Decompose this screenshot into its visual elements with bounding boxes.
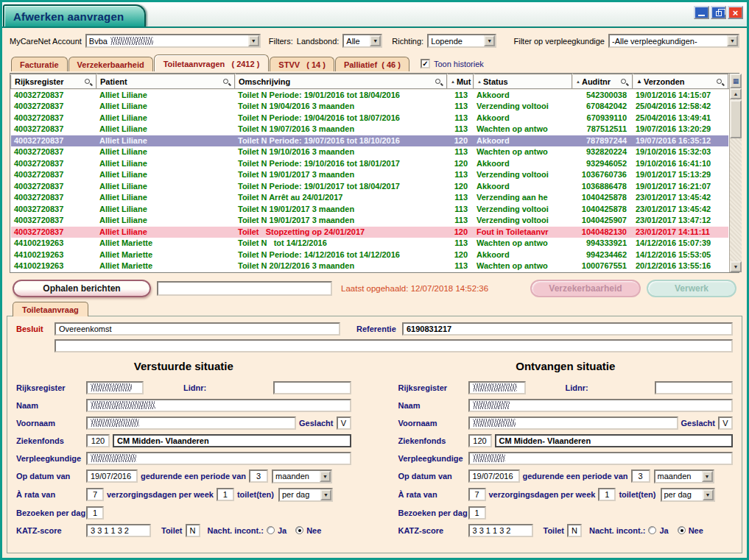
received-geslacht-field[interactable]: V: [718, 417, 733, 430]
tab-toiletaanvraag[interactable]: Toiletaanvraag: [13, 302, 88, 316]
received-nacht-incont-nee-radio[interactable]: [678, 526, 686, 534]
table-row[interactable]: 40032720837 Alliet Liliane Toilet N 19/0…: [11, 101, 728, 113]
sent-naam-field[interactable]: [86, 399, 351, 412]
received-naam-field[interactable]: [468, 399, 734, 412]
received-periode-eenheid-select[interactable]: maanden ▼: [654, 469, 714, 483]
tab[interactable]: Toiletaanvragen ( 2412 ): [154, 54, 270, 71]
col-patient[interactable]: Patient: [96, 74, 235, 89]
col-rijksregister[interactable]: Rijksregister: [11, 74, 96, 89]
received-ziekenfonds-code-field[interactable]: 120: [468, 434, 492, 447]
tab[interactable]: Palliatief ( 46 ): [335, 57, 409, 71]
search-icon[interactable]: [223, 79, 231, 87]
sent-ziekenfonds-code-field[interactable]: 120: [86, 434, 110, 447]
table-row[interactable]: 44100219263 Alliet Mariette Toilet N Per…: [11, 249, 728, 261]
sent-verpleegkundige-field[interactable]: [86, 452, 351, 465]
received-lidnr-field[interactable]: [655, 381, 733, 394]
grid-options-button[interactable]: ▦: [730, 74, 742, 88]
referentie-field[interactable]: 6190831217: [402, 322, 733, 336]
table-row[interactable]: 40032720837 Alliet Liliane Toilet N Peri…: [11, 181, 728, 193]
dropdown-arrow-icon[interactable]: ▼: [320, 489, 331, 500]
sent-nacht-incont-ja-radio[interactable]: [267, 526, 275, 534]
dropdown-arrow-icon[interactable]: ▼: [727, 35, 738, 46]
sent-geslacht-field[interactable]: V: [337, 417, 351, 430]
tab[interactable]: STVV ( 14 ): [270, 57, 334, 71]
minimize-button[interactable]: [694, 6, 709, 19]
dropdown-arrow-icon[interactable]: ▼: [248, 35, 259, 46]
table-row[interactable]: 40032720837 Alliet Liliane Toilet N 19/0…: [11, 215, 728, 227]
table-row[interactable]: 40032720837 Alliet Liliane Toilet N 19/0…: [11, 169, 728, 181]
received-dagen-per-week-field[interactable]: 7: [468, 488, 486, 501]
account-select[interactable]: Bvba ▼: [85, 34, 261, 48]
richting-select[interactable]: Lopende ▼: [427, 34, 496, 48]
table-row[interactable]: 44100219263 Alliet Mariette Toilet N 20/…: [11, 260, 728, 272]
col-auditnr[interactable]: ▲Auditnr: [572, 74, 633, 89]
table-row[interactable]: 40032720837 Alliet Liliane Toilet N Arrê…: [11, 192, 728, 204]
sent-frequentie-select[interactable]: per dag ▼: [278, 488, 333, 502]
sent-katz-field[interactable]: 3 3 1 1 3 2: [86, 524, 151, 537]
sent-bezoeken-field[interactable]: 1: [86, 506, 104, 520]
sent-voornaam-field[interactable]: [86, 417, 296, 430]
dropdown-arrow-icon[interactable]: ▼: [320, 471, 331, 482]
col-omschrijving[interactable]: Omschrijving: [235, 74, 447, 89]
sent-lidnr-field[interactable]: [273, 381, 351, 394]
scroll-down-button[interactable]: ▼: [730, 261, 742, 272]
received-toiletten-aantal-field[interactable]: 1: [598, 488, 616, 501]
received-frequentie-select[interactable]: per dag ▼: [661, 488, 715, 502]
sent-op-datum-field[interactable]: 19/07/2016: [86, 469, 138, 483]
col-mut[interactable]: ▲Mut: [447, 74, 474, 89]
dropdown-arrow-icon[interactable]: ▼: [370, 35, 381, 46]
table-row[interactable]: 40032720837 Alliet Liliane Toilet N Peri…: [11, 135, 728, 147]
tab[interactable]: Verzekerbaarheid: [68, 57, 153, 71]
table-row[interactable]: 40032720837 Alliet Liliane Toilet N 19/0…: [11, 204, 728, 216]
ophalen-berichten-button[interactable]: Ophalen berichten: [13, 280, 151, 297]
col-status[interactable]: ▲Status: [474, 74, 572, 89]
table-row[interactable]: 40032720837 Alliet Liliane Toilet N Peri…: [11, 89, 728, 101]
dropdown-arrow-icon[interactable]: ▼: [484, 35, 495, 46]
table-row[interactable]: 44100219263 Alliet Mariette Toilet N tot…: [11, 238, 728, 249]
sent-periode-eenheid-select[interactable]: maanden ▼: [272, 469, 332, 483]
table-row[interactable]: 40032720837 Alliet Liliane Toilet N 19/1…: [11, 146, 728, 158]
verpleegkundige-filter-select[interactable]: -Alle verpleegkundigen- ▼: [608, 34, 739, 48]
table-row[interactable]: 40032720837 Alliet Liliane Toilet N Peri…: [11, 158, 728, 170]
sent-periode-aantal-field[interactable]: 3: [249, 469, 268, 483]
sent-toiletten-aantal-field[interactable]: 1: [217, 488, 234, 501]
received-op-datum-field[interactable]: 19/07/2016: [468, 469, 520, 483]
received-rijksregister-field[interactable]: [468, 381, 526, 394]
verwerk-button[interactable]: Verwerk: [647, 280, 736, 297]
sent-ziekenfonds-naam-field[interactable]: CM Midden- Vlaanderen: [113, 434, 351, 447]
dropdown-arrow-icon[interactable]: ▼: [703, 489, 714, 500]
maximize-button[interactable]: [711, 6, 726, 19]
received-toilet-field[interactable]: N: [567, 524, 582, 537]
received-bezoeken-field[interactable]: 1: [468, 506, 486, 520]
received-periode-aantal-field[interactable]: 3: [631, 469, 650, 483]
received-verpleegkundige-field[interactable]: [468, 452, 734, 465]
received-nacht-incont-ja-radio[interactable]: [648, 526, 656, 534]
sent-rijksregister-field[interactable]: [86, 381, 144, 394]
received-katz-field[interactable]: 3 3 1 1 3 2: [468, 524, 533, 537]
close-button[interactable]: ×: [728, 6, 743, 19]
search-icon[interactable]: [435, 79, 443, 87]
received-ziekenfonds-naam-field[interactable]: CM Midden- Vlaanderen: [495, 434, 734, 447]
message-field[interactable]: [157, 281, 332, 296]
sent-toilet-field[interactable]: N: [186, 524, 200, 537]
search-icon[interactable]: [717, 79, 725, 87]
sent-nacht-incont-nee-radio[interactable]: [295, 526, 303, 534]
search-icon[interactable]: [621, 79, 629, 87]
col-verzonden[interactable]: ▲Verzonden: [633, 74, 728, 89]
search-icon[interactable]: [85, 79, 93, 87]
table-row[interactable]: 40032720837 Alliet Liliane Toilet Stopze…: [11, 227, 728, 238]
dropdown-arrow-icon[interactable]: ▼: [702, 471, 713, 482]
sent-dagen-per-week-field[interactable]: 7: [86, 488, 104, 501]
besluit-field[interactable]: Overeenkomst: [54, 322, 340, 336]
tab[interactable]: Facturatie: [11, 57, 68, 71]
table-row[interactable]: 40032720837 Alliet Liliane Toilet N 19/0…: [11, 124, 728, 135]
table-row[interactable]: 40032720837 Alliet Liliane Toilet N Peri…: [11, 113, 728, 124]
toon-historiek-checkbox[interactable]: ✓: [421, 59, 430, 68]
scrollbar-thumb[interactable]: [730, 100, 742, 138]
verzekerbaarheid-button[interactable]: Verzekerbaarheid: [530, 280, 641, 297]
received-voornaam-field[interactable]: [468, 417, 678, 430]
scrollbar-track[interactable]: [730, 99, 742, 261]
landsbond-select[interactable]: Alle ▼: [342, 34, 382, 48]
scroll-up-button[interactable]: ▲: [730, 88, 742, 99]
opmerking-field[interactable]: [54, 339, 733, 352]
